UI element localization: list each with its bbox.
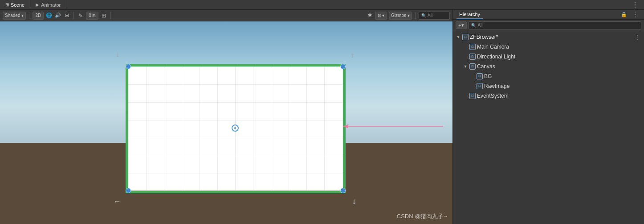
gameobject-icon-eventsystem: ⊡	[469, 93, 476, 99]
scene-tab-label: Scene	[11, 2, 24, 8]
add-icon: +	[458, 23, 461, 28]
hierarchy-toolbar: + ▾ 🔍 All	[453, 20, 644, 31]
scene-panel-more-icon[interactable]: ⋮	[630, 1, 640, 8]
hierarchy-search-label: All	[477, 23, 482, 28]
canvas-center-icon	[232, 124, 240, 133]
scene-tab[interactable]: ⊞ Scene	[0, 0, 30, 9]
shaded-label: Shaded	[5, 13, 20, 18]
gameobject-icon-camera: ⊡	[469, 44, 476, 50]
search-icon: 🔍	[471, 23, 476, 28]
label-main-camera: Main Camera	[477, 44, 509, 50]
gizmos-chevron-icon: ▾	[408, 13, 410, 18]
handle-top-left[interactable]	[126, 64, 131, 69]
animator-tab-icon: ▶	[36, 2, 39, 7]
annotation-arrow	[338, 120, 445, 134]
toolbar-sep-3	[110, 12, 111, 19]
hierarchy-item-directional-light[interactable]: ⊡ Directional Light	[453, 52, 644, 62]
center-dot	[234, 127, 236, 129]
gameobject-icon: ⊡	[462, 34, 469, 40]
icon-zfbrowser: ⊡	[462, 33, 469, 41]
label-directional-light: Directional Light	[477, 54, 515, 60]
label-canvas: Canvas	[477, 63, 495, 70]
hierarchy-add-btn[interactable]: + ▾	[456, 21, 467, 29]
hierarchy-tab-label: Hierarchy	[459, 12, 480, 17]
zfbrowser-more-btn[interactable]: ⋮	[632, 33, 642, 41]
hierarchy-more-icon[interactable]: ⋮	[630, 11, 640, 18]
hierarchy-tab[interactable]: Hierarchy	[457, 10, 483, 19]
hierarchy-item-canvas[interactable]: ▼ ⊡ Canvas	[453, 62, 644, 71]
hierarchy-search[interactable]: 🔍 All	[469, 21, 641, 29]
zero-label: 0	[89, 13, 91, 18]
view-group: 2D	[33, 12, 44, 20]
handle-top-right[interactable]	[340, 64, 346, 69]
hierarchy-panel: Hierarchy 🔒 ⋮ + ▾ 🔍 All ▼	[452, 10, 644, 224]
icon-eventsystem: ⊡	[469, 92, 476, 100]
arrow-eventsystem	[462, 92, 469, 100]
label-bg: BG	[484, 73, 492, 79]
gameobject-icon-canvas: ⊡	[469, 63, 476, 70]
gizmos-dropdown[interactable]: Gizmos ▾	[389, 12, 412, 20]
animator-tab[interactable]: ▶ Animator	[30, 0, 66, 9]
layers-icon[interactable]: ⊞	[63, 12, 70, 19]
panel-header-actions: 🔒 ⋮	[620, 11, 640, 18]
toolbar-sep-2	[73, 12, 74, 19]
add-chevron-icon: ▾	[461, 22, 464, 28]
arrow-svg	[338, 120, 445, 133]
icon-main-camera: ⊡	[469, 43, 476, 50]
arrow-main-camera	[462, 43, 469, 50]
canvas-object	[126, 64, 346, 193]
handle-bottom-left[interactable]	[126, 188, 131, 193]
gameobject-icon-rawimage: ⊡	[477, 83, 483, 89]
label-eventsystem: EventSystem	[477, 93, 509, 99]
arrow-dir-light	[462, 53, 469, 60]
icon-rawimage: ⊡	[476, 83, 483, 90]
toolbar-sep-4	[415, 12, 416, 19]
scene-search-label: All	[428, 13, 432, 18]
arrow-zfbrowser: ▼	[455, 33, 462, 41]
arrow-canvas: ▼	[462, 63, 469, 70]
globe-icon[interactable]: 🌐	[45, 12, 53, 19]
arrow-bg	[469, 73, 476, 80]
zero-btn[interactable]: 0 ⊞	[86, 12, 98, 20]
hierarchy-content: ▼ ⊡ ZFBrowser* ⋮ ⊡ Main Camera	[453, 31, 644, 224]
tools-icon[interactable]: ✱	[366, 12, 373, 19]
toolbar-right-group: ✱ ⊡ ▾ Gizmos ▾ 🔍 All	[366, 12, 450, 20]
grid-icon[interactable]: ⊞	[100, 12, 107, 19]
hierarchy-item-bg[interactable]: ⊡ BG	[453, 71, 644, 81]
center-circle	[232, 124, 239, 132]
2d-label: 2D	[35, 13, 41, 18]
icon-canvas: ⊡	[469, 63, 476, 70]
top-tab-bar: ⊞ Scene ▶ Animator ⋮	[0, 0, 644, 10]
hierarchy-item-main-camera[interactable]: ⊡ Main Camera	[453, 42, 644, 52]
hierarchy-panel-header: Hierarchy 🔒 ⋮	[453, 10, 644, 20]
toolbar-sep-1	[29, 12, 29, 19]
animator-tab-label: Animator	[41, 2, 61, 8]
label-zfbrowser: ZFBrowser*	[470, 34, 498, 40]
search-icon: 🔍	[421, 13, 426, 18]
shaded-chevron-icon: ▾	[21, 13, 24, 18]
lock-icon[interactable]: 🔒	[620, 12, 628, 17]
scene-panel: Shaded ▾ 2D 🌐 🔊 ⊞ ✎ 0 ⊞ ⊞ ✱	[0, 10, 452, 224]
scene-viewport: ↗ ↗ ↙ ↘	[0, 21, 452, 224]
handle-bottom-right[interactable]	[340, 188, 346, 193]
hierarchy-item-eventsystem[interactable]: ⊡ EventSystem	[453, 91, 644, 101]
scene-tab-icon: ⊞	[5, 2, 9, 7]
main-layout: Shaded ▾ 2D 🌐 🔊 ⊞ ✎ 0 ⊞ ⊞ ✱	[0, 10, 644, 224]
gameobject-icon-light: ⊡	[469, 54, 476, 60]
hierarchy-item-zfbrowser[interactable]: ▼ ⊡ ZFBrowser* ⋮	[453, 32, 644, 42]
2d-button[interactable]: 2D	[33, 12, 44, 20]
scene-toolbar: Shaded ▾ 2D 🌐 🔊 ⊞ ✎ 0 ⊞ ⊞ ✱	[0, 10, 452, 21]
gameobject-icon-bg: ⊡	[477, 73, 483, 79]
brush-icon[interactable]: ✎	[77, 12, 84, 19]
scene-cam-dropdown[interactable]: ⊡ ▾	[375, 12, 387, 20]
chevron-icon: ▾	[382, 13, 384, 18]
arrow-rawimage	[469, 83, 476, 90]
icon-dir-light: ⊡	[469, 53, 476, 60]
shaded-group: Shaded ▾	[3, 12, 26, 20]
speaker-icon[interactable]: 🔊	[54, 12, 61, 19]
shaded-dropdown[interactable]: Shaded ▾	[3, 12, 26, 20]
scene-search-box[interactable]: 🔍 All	[419, 12, 450, 20]
layers2-icon: ⊞	[92, 13, 96, 18]
label-rawimage: RawImage	[484, 83, 509, 89]
hierarchy-item-rawimage[interactable]: ⊡ RawImage	[453, 81, 644, 91]
